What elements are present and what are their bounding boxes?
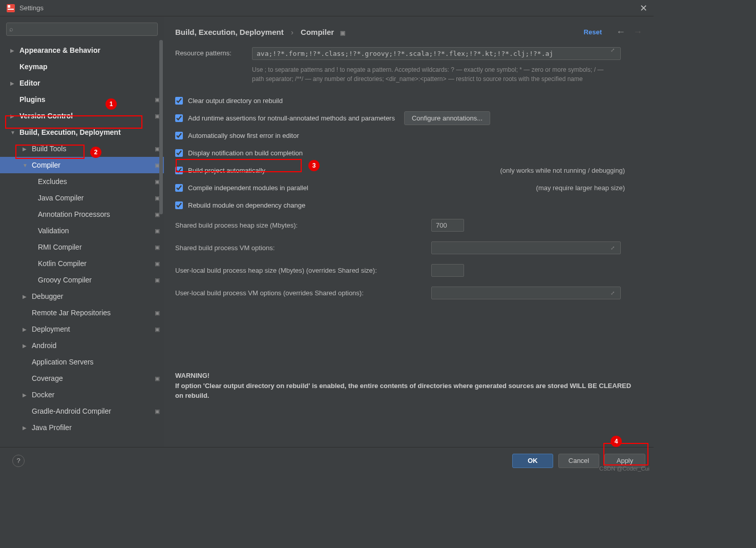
tree-editor[interactable]: ▶Editor	[0, 75, 164, 91]
clear-output-checkbox[interactable]	[175, 97, 183, 105]
settings-content: Build, Execution, Deployment › Compiler …	[164, 16, 654, 447]
project-badge-icon: ▣	[155, 228, 160, 234]
chevron-right-icon: ▶	[10, 48, 17, 53]
tree-rmi-compiler[interactable]: RMI Compiler▣	[0, 239, 164, 255]
tree-java-compiler[interactable]: Java Compiler▣	[0, 190, 164, 206]
show-first-error-checkbox[interactable]	[175, 132, 183, 139]
tree-plugins[interactable]: Plugins▣	[0, 91, 164, 108]
tree-groovy-compiler[interactable]: Groovy Compiler▣	[0, 272, 164, 288]
tree-scrollbar[interactable]	[159, 40, 163, 214]
tree-deployment[interactable]: ▶Deployment▣	[0, 321, 164, 337]
user-heap-label: User-local build process heap size (Mbyt…	[175, 267, 431, 274]
close-icon[interactable]: ✕	[640, 3, 647, 14]
display-notification-label: Display notification on build completion	[188, 149, 303, 157]
tree-validation[interactable]: Validation▣	[0, 222, 164, 239]
chevron-right-icon: ▶	[23, 392, 30, 398]
display-notification-checkbox[interactable]	[175, 149, 183, 157]
compile-parallel-note: (may require larger heap size)	[536, 184, 639, 192]
chevron-right-icon: ▶	[10, 113, 17, 119]
button-bar: ? OK Cancel Apply	[0, 447, 654, 474]
tree-gradle-android[interactable]: Gradle-Android Compiler▣	[0, 403, 164, 419]
project-badge-icon: ▣	[340, 30, 345, 36]
svg-rect-1	[8, 5, 10, 8]
cancel-button[interactable]: Cancel	[558, 454, 599, 468]
chevron-down-icon: ▼	[23, 163, 30, 168]
nav-back-icon[interactable]: ←	[616, 27, 625, 37]
breadcrumb-leaf: Compiler	[301, 28, 334, 36]
configure-annotations-button[interactable]: Configure annotations...	[404, 111, 490, 125]
chevron-down-icon: ▼	[10, 130, 17, 135]
warning-body: If option 'Clear output directory on reb…	[175, 381, 639, 401]
tree-docker[interactable]: ▶Docker	[0, 387, 164, 403]
shared-heap-label: Shared build process heap size (Mbytes):	[175, 221, 431, 229]
user-vmopts-label: User-local build process VM options (ove…	[175, 289, 431, 297]
project-badge-icon: ▣	[155, 244, 160, 251]
settings-sidebar: ⌕ ▶Appearance & Behavior Keymap ▶Editor …	[0, 16, 164, 447]
notnull-assertions-label: Add runtime assertions for notnull-annot…	[188, 114, 395, 122]
project-badge-icon: ▣	[155, 277, 160, 283]
settings-tree[interactable]: ▶Appearance & Behavior Keymap ▶Editor Pl…	[0, 39, 164, 447]
build-auto-note: (only works while not running / debuggin…	[500, 167, 639, 174]
search-input[interactable]	[6, 23, 158, 36]
nav-forward-icon: →	[633, 27, 642, 37]
tree-vcs[interactable]: ▶Version Control▣	[0, 108, 164, 124]
window-title: Settings	[19, 4, 640, 12]
ok-button[interactable]: OK	[512, 454, 553, 468]
rebuild-dep-checkbox[interactable]	[175, 201, 183, 209]
resource-patterns-input[interactable]	[252, 47, 621, 60]
shared-vmopts-input[interactable]	[431, 241, 621, 254]
chevron-right-icon: ›	[291, 28, 293, 36]
compile-parallel-label: Compile independent modules in parallel	[188, 184, 308, 192]
search-icon: ⌕	[9, 25, 13, 33]
project-badge-icon: ▣	[155, 408, 160, 415]
tree-app-servers[interactable]: Application Servers	[0, 354, 164, 370]
compile-parallel-checkbox[interactable]	[175, 184, 183, 192]
chevron-right-icon: ▶	[23, 425, 30, 431]
project-badge-icon: ▣	[155, 375, 160, 382]
chevron-right-icon: ▶	[23, 294, 30, 299]
shared-heap-input[interactable]	[431, 219, 464, 232]
tree-remote-jar[interactable]: Remote Jar Repositories▣	[0, 305, 164, 321]
project-badge-icon: ▣	[155, 326, 160, 333]
tree-compiler[interactable]: ▼Compiler▣	[0, 157, 164, 173]
titlebar: Settings ✕	[0, 0, 654, 16]
tree-coverage[interactable]: Coverage▣	[0, 370, 164, 387]
watermark: CSDN @Coder_Cui	[599, 465, 649, 472]
tree-build[interactable]: ▼Build, Execution, Deployment	[0, 124, 164, 140]
warning-block: WARNING! If option 'Clear output directo…	[175, 371, 639, 401]
tree-java-profiler[interactable]: ▶Java Profiler	[0, 419, 164, 436]
tree-keymap[interactable]: Keymap	[0, 58, 164, 75]
tree-annotation-processors[interactable]: Annotation Processors▣	[0, 206, 164, 222]
user-heap-input[interactable]	[431, 264, 464, 277]
chevron-right-icon: ▶	[23, 146, 30, 152]
resource-patterns-help: Use ; to separate patterns and ! to nega…	[252, 65, 611, 84]
tree-kotlin-compiler[interactable]: Kotlin Compiler▣	[0, 255, 164, 272]
app-logo-icon	[6, 4, 15, 13]
tree-excludes[interactable]: Excludes▣	[0, 173, 164, 190]
chevron-right-icon: ▶	[23, 343, 30, 349]
user-vmopts-input[interactable]	[431, 287, 621, 299]
build-automatically-checkbox[interactable]	[175, 167, 183, 174]
chevron-right-icon: ▶	[23, 327, 30, 332]
svg-rect-2	[8, 9, 14, 10]
tree-debugger[interactable]: ▶Debugger	[0, 288, 164, 305]
help-button[interactable]: ?	[12, 455, 25, 467]
breadcrumb-root: Build, Execution, Deployment	[175, 28, 284, 36]
show-first-error-label: Automatically show first error in editor	[188, 132, 299, 139]
resource-patterns-label: Resource patterns:	[175, 47, 252, 57]
notnull-assertions-checkbox[interactable]	[175, 114, 183, 122]
rebuild-dep-label: Rebuild module on dependency change	[188, 201, 305, 209]
project-badge-icon: ▣	[155, 310, 160, 316]
build-automatically-label: Build project automatically	[188, 167, 265, 174]
shared-vmopts-label: Shared build process VM options:	[175, 244, 431, 252]
clear-output-label: Clear output directory on rebuild	[188, 97, 283, 105]
chevron-right-icon: ▶	[10, 80, 17, 86]
breadcrumb: Build, Execution, Deployment › Compiler …	[175, 28, 584, 36]
reset-link[interactable]: Reset	[584, 28, 602, 36]
tree-android[interactable]: ▶Android	[0, 337, 164, 354]
tree-build-tools[interactable]: ▶Build Tools▣	[0, 140, 164, 157]
warning-title: WARNING!	[175, 371, 639, 381]
tree-appearance[interactable]: ▶Appearance & Behavior	[0, 42, 164, 58]
project-badge-icon: ▣	[155, 260, 160, 267]
